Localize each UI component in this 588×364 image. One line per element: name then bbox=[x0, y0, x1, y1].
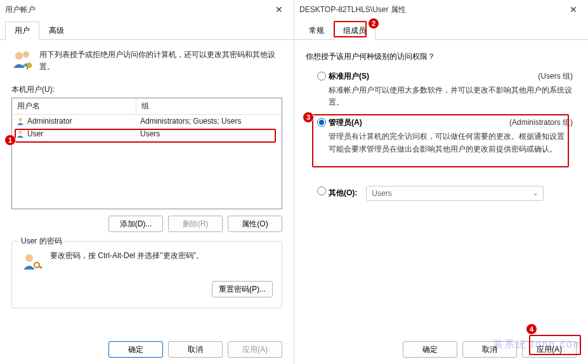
apply-button: 应用(A) bbox=[228, 341, 282, 358]
cell-group: Users bbox=[136, 128, 282, 140]
option-standard-hint: (Users 组) bbox=[538, 71, 573, 82]
option-admin-label: 管理员(A) bbox=[329, 117, 362, 128]
window-title: DESKTOP-82TLHLS\User 属性 bbox=[299, 4, 564, 15]
password-text: 要改密码，按 Ctrl-Alt-Del 并选择"更改密码"。 bbox=[50, 250, 273, 261]
user-accounts-dialog: 用户帐户 ✕ 用户 高级 用下列表授予或拒绝用户访问你的计算机，还可以更改其密码… bbox=[0, 0, 294, 364]
svg-point-4 bbox=[18, 118, 22, 121]
option-admin: 管理员(A) (Administrators 组) 管理员有计算机的完全访问权，… bbox=[306, 117, 577, 155]
option-standard: 标准用户(S) (Users 组) 标准帐户用户可以使用大多数软件，并可以更改不… bbox=[306, 71, 577, 108]
user-icon bbox=[16, 117, 25, 126]
close-icon[interactable]: ✕ bbox=[564, 0, 583, 19]
users-keys-icon bbox=[11, 49, 34, 72]
groupbox-legend: User 的密码 bbox=[18, 236, 65, 247]
chevron-down-icon: ⌄ bbox=[533, 190, 538, 197]
list-label: 本机用户(U): bbox=[11, 84, 282, 95]
dialog-buttons-right: 确定 取消 应用(A) bbox=[403, 341, 577, 358]
cell-username: User bbox=[27, 129, 43, 138]
user-icon bbox=[16, 129, 25, 138]
svg-rect-3 bbox=[27, 67, 28, 70]
remove-button: 删除(R) bbox=[168, 216, 223, 232]
cell-username: Administrator bbox=[27, 117, 72, 126]
tab-general[interactable]: 常规 bbox=[299, 22, 334, 39]
option-standard-label: 标准用户(S) bbox=[329, 71, 369, 82]
users-table[interactable]: 用户名 组 Administrator Administrators; Gues… bbox=[11, 98, 282, 209]
col-group[interactable]: 组 bbox=[136, 98, 282, 114]
cancel-button[interactable]: 取消 bbox=[168, 341, 223, 358]
radio-standard[interactable] bbox=[317, 72, 326, 81]
window-title: 用户帐户 bbox=[5, 4, 270, 15]
question-text: 你想授予该用户何种级别的访问权限？ bbox=[306, 51, 577, 62]
properties-button[interactable]: 属性(O) bbox=[228, 216, 282, 232]
cell-group: Administrators; Guests; Users bbox=[136, 115, 282, 127]
option-other: 其他(O): Users ⌄ bbox=[306, 186, 577, 201]
dialog-buttons-left: 确定 取消 应用(A) bbox=[108, 341, 282, 358]
svg-point-1 bbox=[23, 51, 29, 58]
close-icon[interactable]: ✕ bbox=[270, 0, 289, 19]
option-other-label: 其他(O): bbox=[329, 188, 357, 198]
col-username[interactable]: 用户名 bbox=[12, 98, 136, 114]
table-row[interactable]: User Users bbox=[12, 127, 282, 140]
titlebar-right: DESKTOP-82TLHLS\User 属性 ✕ bbox=[294, 0, 588, 19]
list-button-row: 添加(D)... 删除(R) 属性(O) bbox=[11, 216, 282, 232]
tab-membership[interactable]: 组成员 bbox=[334, 22, 376, 40]
instruction-text: 用下列表授予或拒绝用户访问你的计算机，还可以更改其密码和其他设置。 bbox=[39, 49, 282, 73]
option-admin-desc: 管理员有计算机的完全访问权，可以做任何需要的更改。根据通知设置，可能会要求管理员… bbox=[329, 131, 573, 155]
other-group-select[interactable]: Users ⌄ bbox=[366, 186, 544, 201]
table-header: 用户名 组 bbox=[12, 98, 282, 115]
select-value: Users bbox=[372, 189, 391, 198]
svg-rect-9 bbox=[41, 266, 42, 269]
radio-other[interactable] bbox=[317, 186, 326, 195]
tab-advanced[interactable]: 高级 bbox=[39, 22, 74, 39]
password-groupbox: User 的密码 要改密码，按 Ctrl-Alt-Del 并选择"更改密码"。 … bbox=[11, 241, 282, 308]
titlebar-left: 用户帐户 ✕ bbox=[0, 0, 294, 19]
table-row[interactable]: Administrator Administrators; Guests; Us… bbox=[12, 115, 282, 127]
reset-password-button[interactable]: 重置密码(P)... bbox=[212, 281, 273, 297]
ok-button[interactable]: 确定 bbox=[403, 341, 457, 358]
ok-button[interactable]: 确定 bbox=[108, 341, 163, 358]
cancel-button[interactable]: 取消 bbox=[462, 341, 517, 358]
left-content: 用下列表授予或拒绝用户访问你的计算机，还可以更改其密码和其他设置。 本机用户(U… bbox=[0, 40, 294, 317]
option-standard-desc: 标准帐户用户可以使用大多数软件，并可以更改不影响其他用户的系统设置。 bbox=[329, 84, 573, 108]
key-icon bbox=[21, 250, 44, 273]
radio-admin[interactable] bbox=[317, 118, 326, 127]
right-content: 你想授予该用户何种级别的访问权限？ 标准用户(S) (Users 组) 标准帐户… bbox=[294, 40, 588, 201]
svg-point-5 bbox=[18, 131, 22, 134]
svg-point-0 bbox=[15, 52, 23, 60]
tabs-left: 用户 高级 bbox=[0, 19, 294, 40]
tabs-right: 常规 组成员 bbox=[294, 19, 588, 40]
option-admin-hint: (Administrators 组) bbox=[509, 117, 573, 128]
tab-users[interactable]: 用户 bbox=[5, 22, 39, 40]
add-button[interactable]: 添加(D)... bbox=[108, 216, 163, 232]
user-properties-dialog: DESKTOP-82TLHLS\User 属性 ✕ 常规 组成员 你想授予该用户… bbox=[294, 0, 588, 364]
svg-point-6 bbox=[25, 254, 33, 262]
apply-button[interactable]: 应用(A) bbox=[522, 341, 577, 358]
